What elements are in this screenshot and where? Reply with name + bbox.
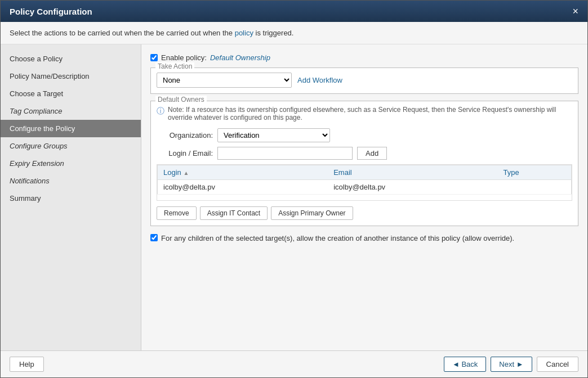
enable-policy-checkbox[interactable]	[150, 54, 158, 61]
cancel-button[interactable]: Cancel	[537, 357, 578, 372]
override-text: For any children of the selected target(…	[161, 234, 514, 242]
take-action-section: Take Action None Add Workflow	[150, 68, 578, 94]
override-checkbox[interactable]	[150, 234, 158, 241]
dialog-subtitle: Select the actions to be carried out whe…	[1, 22, 587, 44]
enable-policy-row: Enable policy: Default Ownership	[150, 53, 578, 62]
sidebar: Choose a Policy Policy Name/Description …	[1, 44, 141, 350]
footer-right: ◄ Back Next ► Cancel	[444, 357, 578, 372]
policy-link[interactable]: policy	[235, 29, 253, 37]
owners-table-container: Login ▲ Email Type	[157, 164, 572, 201]
sidebar-item-configure-groups[interactable]: Configure Groups	[1, 137, 141, 155]
table-row[interactable]: icolby@delta.pv icolby@delta.pv	[158, 180, 572, 195]
col-email: Email	[328, 165, 497, 180]
help-button[interactable]: Help	[10, 357, 44, 372]
remove-button[interactable]: Remove	[157, 206, 197, 220]
sidebar-item-choose-policy[interactable]: Choose a Policy	[1, 50, 141, 68]
dialog-header: Policy Configuration ×	[1, 1, 587, 22]
add-button[interactable]: Add	[357, 147, 387, 160]
org-label: Organization:	[157, 131, 213, 140]
take-action-header: Take Action	[155, 62, 194, 70]
footer-left: Help	[10, 357, 44, 372]
next-button[interactable]: Next ►	[491, 357, 532, 372]
sidebar-item-configure-policy[interactable]: Configure the Policy	[1, 120, 141, 137]
sidebar-item-choose-target[interactable]: Choose a Target	[1, 85, 141, 102]
assign-primary-owner-button[interactable]: Assign Primary Owner	[271, 206, 353, 220]
main-content: Enable policy: Default Ownership Take Ac…	[141, 44, 587, 350]
default-owners-header: Default Owners	[155, 96, 207, 104]
enable-policy-name: Default Ownership	[210, 53, 270, 62]
assign-it-contact-button[interactable]: Assign IT Contact	[200, 206, 268, 220]
sidebar-item-notifications[interactable]: Notifications	[1, 172, 141, 190]
override-row: For any children of the selected target(…	[150, 234, 578, 242]
login-row: Login / Email: Add	[157, 147, 572, 160]
back-button[interactable]: ◄ Back	[444, 357, 486, 372]
org-row: Organization: Verification	[157, 128, 572, 142]
cell-type	[497, 180, 571, 195]
action-select[interactable]: None	[157, 73, 292, 88]
policy-configuration-dialog: Policy Configuration × Select the action…	[0, 0, 588, 378]
owners-table: Login ▲ Email Type	[157, 165, 572, 195]
sort-arrow-login: ▲	[183, 170, 189, 176]
subtitle-be: be carried out when the	[156, 29, 234, 37]
login-label: Login / Email:	[157, 149, 213, 158]
col-type: Type	[497, 165, 571, 180]
cell-login: icolby@delta.pv	[158, 180, 328, 195]
subtitle-suffix: is triggered.	[256, 29, 294, 37]
sidebar-item-expiry-extension[interactable]: Expiry Extension	[1, 155, 141, 172]
close-button[interactable]: ×	[572, 6, 578, 16]
dialog-body: Choose a Policy Policy Name/Description …	[1, 44, 587, 350]
enable-policy-label: Enable policy:	[161, 53, 207, 62]
sidebar-item-summary[interactable]: Summary	[1, 190, 141, 207]
col-login[interactable]: Login ▲	[158, 165, 328, 180]
add-workflow-link[interactable]: Add Workflow	[297, 76, 342, 84]
allow-override-link[interactable]: allow override	[465, 234, 510, 242]
take-action-row: None Add Workflow	[157, 73, 572, 88]
default-owners-section: Default Owners ⓘ Note: If a resource has…	[150, 101, 578, 226]
org-select[interactable]: Verification	[217, 128, 330, 142]
dialog-title: Policy Configuration	[10, 7, 92, 16]
sidebar-item-tag-compliance[interactable]: Tag Compliance	[1, 102, 141, 120]
info-icon: ⓘ	[157, 106, 164, 116]
subtitle-text: Select the actions to be carried out whe…	[10, 29, 154, 37]
cell-email: icolby@delta.pv	[328, 180, 497, 195]
sidebar-item-policy-name[interactable]: Policy Name/Description	[1, 68, 141, 85]
note-text: Note: If a resource has its ownership co…	[168, 106, 572, 122]
login-input[interactable]	[217, 147, 353, 160]
note-row: ⓘ Note: If a resource has its ownership …	[157, 106, 572, 122]
dialog-footer: Help ◄ Back Next ► Cancel	[1, 350, 587, 377]
action-buttons-row: Remove Assign IT Contact Assign Primary …	[157, 206, 572, 220]
